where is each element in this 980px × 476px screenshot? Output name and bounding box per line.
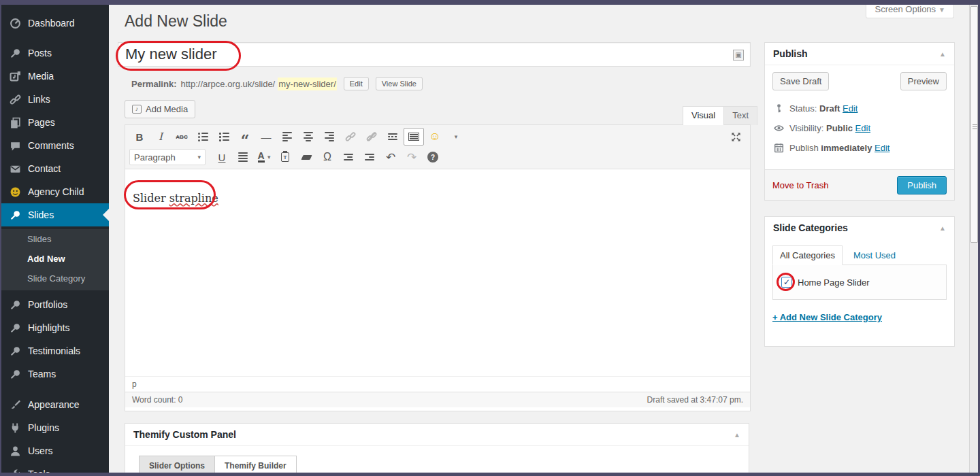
outdent-button[interactable] — [338, 148, 359, 166]
clear-formatting-button[interactable] — [296, 148, 316, 166]
fullscreen-button[interactable] — [725, 128, 746, 146]
element-path-label[interactable]: p — [132, 379, 137, 389]
sidebar-item-slides[interactable]: Slides — [1, 203, 109, 226]
align-left-button[interactable] — [277, 128, 297, 146]
move-to-trash-link[interactable]: Move to Trash — [772, 180, 828, 190]
pushpin-icon — [10, 299, 21, 311]
slide-categories-header[interactable]: Slide Categories ▲ — [765, 217, 954, 239]
collapse-toggle-icon[interactable]: ▲ — [939, 50, 946, 58]
submenu-item-add-new[interactable]: Add New — [1, 249, 109, 269]
align-right-button[interactable] — [319, 128, 340, 146]
more-tag-button[interactable] — [382, 128, 403, 146]
schedule-edit-link[interactable]: Edit — [875, 143, 889, 153]
emoji-button[interactable]: ☺ — [425, 128, 445, 146]
tab-slider-options[interactable]: Slider Options — [139, 456, 215, 473]
permalink-row: Permalink: http://arpce.org.uk/slide/my-… — [131, 77, 423, 90]
blockquote-button[interactable]: “ — [235, 128, 255, 146]
sidebar-item-comments[interactable]: Comments — [1, 134, 109, 157]
permalink-edit-button[interactable]: Edit — [344, 77, 369, 90]
slide-categories-metabox: Slide Categories ▲ All Categories Most U… — [764, 216, 955, 347]
remove-link-button[interactable] — [361, 128, 382, 146]
help-button[interactable]: ? — [423, 148, 443, 166]
preview-button[interactable]: Preview — [900, 72, 947, 90]
sidebar-item-highlights[interactable]: Highlights — [1, 316, 109, 339]
italic-button[interactable]: I — [150, 128, 171, 146]
sidebar-item-teams[interactable]: Teams — [1, 362, 109, 386]
schedule-label: Publish — [789, 143, 819, 153]
slides-submenu: Slides Add New Slide Category — [1, 229, 109, 290]
sidebar-item-appearance[interactable]: Appearance — [1, 393, 109, 416]
publish-header[interactable]: Publish ▲ — [765, 43, 954, 65]
sidebar-item-dashboard[interactable]: Dashboard — [1, 12, 109, 35]
tab-most-used[interactable]: Most Used — [853, 250, 896, 260]
sidebar-item-links[interactable]: Links — [1, 88, 109, 111]
media-icon: ♪ — [132, 105, 142, 114]
category-checkbox[interactable]: ✓ — [781, 277, 792, 288]
sidebar-item-label: Testimonials — [28, 345, 80, 356]
save-draft-button[interactable]: Save Draft — [772, 72, 829, 90]
view-slide-button[interactable]: View Slide — [376, 77, 423, 90]
sidebar-item-tools[interactable]: Tools — [1, 462, 109, 473]
slide-categories-title: Slide Categories — [773, 222, 848, 233]
sidebar-item-testimonials[interactable]: Testimonials — [1, 339, 109, 362]
publish-button[interactable]: Publish — [897, 176, 947, 194]
themify-panel-header[interactable]: Themify Custom Panel ▲ — [125, 424, 749, 446]
insert-link-button[interactable] — [340, 128, 361, 146]
add-new-slide-category-link[interactable]: + Add New Slide Category — [772, 312, 882, 322]
tab-text[interactable]: Text — [724, 106, 757, 125]
bold-button[interactable]: B — [129, 128, 150, 146]
tab-all-categories[interactable]: All Categories — [772, 245, 843, 265]
collapse-toggle-icon[interactable]: ▲ — [939, 224, 946, 232]
redo-button[interactable]: ↷ — [402, 148, 422, 166]
sidebar-item-agency-child[interactable]: Agency Child — [1, 180, 109, 203]
toolbar-toggle-button[interactable] — [404, 128, 424, 146]
add-media-button[interactable]: ♪ Add Media — [125, 100, 195, 118]
submenu-item-slide-category[interactable]: Slide Category — [1, 269, 109, 288]
editor-mode-tabs: Visual Text — [683, 106, 757, 125]
paste-as-text-button[interactable]: T — [275, 148, 295, 166]
horizontal-rule-button[interactable]: — — [256, 128, 276, 146]
autofill-icon[interactable]: ▣ — [733, 50, 744, 61]
justify-button[interactable] — [233, 148, 253, 166]
editor-paragraph[interactable]: Slider strapline — [133, 192, 218, 205]
editor-content-area[interactable]: Slider strapline — [125, 169, 750, 376]
collapse-toggle-icon[interactable]: ▲ — [734, 431, 740, 439]
indent-button[interactable] — [359, 148, 380, 166]
browser-scrollbar[interactable] — [969, 5, 978, 473]
underline-button[interactable]: U — [212, 148, 232, 166]
sidebar-item-label: Teams — [28, 369, 56, 379]
visibility-row: Visibility: Public Edit — [772, 118, 947, 138]
undo-button[interactable]: ↶ — [380, 148, 401, 166]
tab-themify-builder[interactable]: Themify Builder — [215, 456, 297, 473]
themify-tabs: Slider Options Themify Builder — [125, 446, 749, 473]
submenu-item-slides[interactable]: Slides — [1, 229, 109, 249]
sidebar-item-contact[interactable]: Contact — [1, 157, 109, 180]
paragraph-format-select[interactable]: Paragraph▾ — [129, 149, 206, 165]
align-center-button[interactable] — [298, 128, 318, 146]
sidebar-item-pages[interactable]: Pages — [1, 111, 109, 134]
category-tabs: All Categories Most Used — [772, 245, 947, 265]
scrollbar-thumb[interactable] — [970, 6, 978, 243]
sidebar-item-media[interactable]: Media — [1, 65, 109, 88]
status-edit-link[interactable]: Edit — [843, 103, 858, 114]
bullet-list-button[interactable] — [193, 128, 213, 146]
sidebar-item-posts[interactable]: Posts — [1, 41, 109, 65]
sidebar-item-label: Posts — [28, 48, 52, 58]
pages-icon — [10, 117, 21, 129]
tab-visual[interactable]: Visual — [683, 106, 724, 125]
slide-title-input[interactable]: My new slider ▣ — [118, 42, 751, 67]
admin-sidebar: Dashboard Posts Media Links Pages Commen… — [1, 5, 109, 473]
media-icon — [10, 71, 21, 82]
eye-icon — [774, 123, 784, 133]
toolbar-dropdown-arrow[interactable]: ▾ — [446, 128, 466, 146]
sidebar-item-plugins[interactable]: Plugins — [1, 416, 109, 439]
permalink-slug[interactable]: my-new-slider/ — [278, 78, 337, 90]
visibility-edit-link[interactable]: Edit — [855, 123, 870, 133]
text-color-button[interactable]: A ▾ — [254, 148, 274, 166]
sidebar-item-users[interactable]: Users — [1, 439, 109, 462]
numbered-list-button[interactable] — [214, 128, 234, 146]
special-character-button[interactable]: Ω — [317, 148, 338, 166]
schedule-value: immediately — [821, 143, 872, 153]
strikethrough-button[interactable]: ABC — [172, 128, 192, 146]
sidebar-item-portfolios[interactable]: Portfolios — [1, 293, 109, 316]
